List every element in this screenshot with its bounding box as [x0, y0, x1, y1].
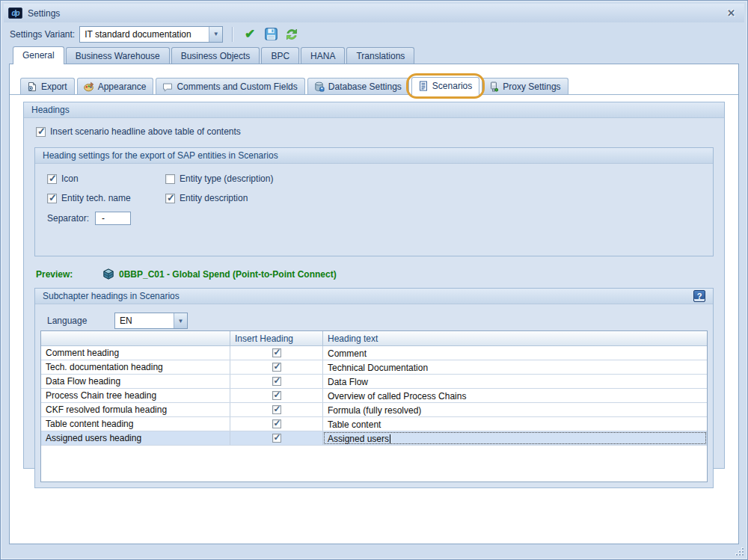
insert-scenario-headline-label: Insert scenario headline above table of …	[50, 126, 241, 137]
insert-heading-checkbox[interactable]	[272, 348, 281, 357]
entity-tech-name-option[interactable]: Entity tech. name	[47, 193, 165, 203]
language-row: Language EN ▼	[43, 313, 713, 329]
table-header-heading-text: Heading text	[323, 331, 707, 345]
tab-hana[interactable]: HANA	[301, 47, 345, 64]
heading-text-cell[interactable]: Overview of called Process Chains	[328, 391, 466, 401]
insert-scenario-headline-checkbox[interactable]	[36, 127, 46, 137]
window-title: Settings	[28, 8, 60, 19]
close-icon[interactable]: ✕	[723, 7, 740, 19]
row-name: Table content heading	[41, 417, 230, 431]
table-header-insert-heading: Insert Heading	[230, 331, 323, 345]
heading-text-cell[interactable]: Data Flow	[328, 377, 368, 387]
subtab-comments[interactable]: Comments and Custom Fields	[156, 78, 304, 94]
preview-label: Preview:	[36, 269, 98, 280]
row-name: CKF resolved formula heading	[41, 403, 230, 416]
refresh-button[interactable]	[283, 26, 300, 43]
heading-text-edit-field[interactable]: Assigned users	[323, 431, 707, 445]
separator-input[interactable]: -	[95, 212, 131, 225]
refresh-icon	[285, 28, 298, 41]
resize-grip[interactable]	[735, 547, 744, 556]
table-row[interactable]: Tech. documentation heading Technical Do…	[41, 360, 707, 375]
settings-variant-label: Settings Variant:	[10, 29, 75, 40]
insert-heading-checkbox[interactable]	[272, 377, 281, 386]
entity-description-label: Entity description	[180, 193, 248, 203]
subtab-proxy-settings-label: Proxy Settings	[503, 81, 560, 92]
comment-bubble-icon	[162, 81, 173, 92]
subchapter-headings-title: Subchapter headings in Scenarios	[43, 289, 180, 304]
subtab-scenarios[interactable]: Scenarios	[411, 77, 479, 95]
export-heading-settings-header: Heading settings for the export of SAP e…	[35, 148, 713, 164]
toolbar-separator	[232, 27, 233, 42]
insert-heading-checkbox[interactable]	[272, 419, 281, 428]
table-row[interactable]: CKF resolved formula heading Formula (fu…	[41, 403, 707, 417]
help-icon[interactable]: ?	[693, 290, 705, 302]
heading-text-cell[interactable]: Technical Documentation	[328, 363, 428, 373]
tab-general[interactable]: General	[13, 46, 64, 64]
tab-bpc[interactable]: BPC	[261, 47, 299, 64]
export-heading-settings-group: Heading settings for the export of SAP e…	[34, 147, 714, 256]
title-bar[interactable]: dp Settings ✕	[4, 4, 744, 22]
tab-business-objects[interactable]: Business Objects	[171, 47, 260, 64]
insert-heading-checkbox[interactable]	[272, 391, 281, 400]
tab-business-warehouse[interactable]: Business Warehouse	[66, 47, 170, 64]
table-row[interactable]: Data Flow heading Data Flow	[41, 375, 707, 389]
entity-type-label: Entity type (description)	[180, 173, 273, 184]
entity-type-option[interactable]: Entity type (description)	[165, 173, 713, 184]
proxy-icon	[488, 81, 499, 92]
preview-row: Preview: 0BBP_C01 - Global Spend (Point-…	[36, 268, 724, 280]
appearance-icon	[84, 81, 94, 92]
headings-group-header: Headings	[24, 102, 724, 118]
row-name: Comment heading	[41, 346, 230, 360]
insert-heading-checkbox[interactable]	[272, 363, 281, 372]
insert-scenario-headline-option[interactable]: Insert scenario headline above table of …	[36, 126, 724, 137]
insert-heading-checkbox[interactable]	[272, 405, 281, 414]
sub-tabstrip: Export Appearance Comments and Custom Fi…	[10, 74, 738, 95]
entity-description-checkbox[interactable]	[165, 194, 175, 203]
heading-text-cell[interactable]: Comment	[328, 348, 367, 359]
settings-variant-combo[interactable]: IT standard documentation ▼	[79, 26, 223, 43]
export-icon	[27, 81, 37, 92]
insert-heading-checkbox[interactable]	[272, 434, 281, 443]
infocube-icon	[102, 268, 114, 280]
separator-label: Separator:	[43, 213, 95, 224]
heading-text-value: Assigned users	[328, 434, 389, 444]
headings-group: Headings Insert scenario headline above …	[23, 102, 725, 469]
icon-checkbox[interactable]	[47, 174, 57, 184]
row-name: Tech. documentation heading	[41, 360, 230, 374]
table-row[interactable]: Comment heading Comment	[41, 346, 707, 360]
heading-text-cell[interactable]: Table content	[328, 419, 381, 430]
settings-variant-value: IT standard documentation	[80, 27, 209, 42]
heading-text-cell[interactable]: Formula (fully resolved)	[328, 405, 421, 416]
language-combo[interactable]: EN ▼	[114, 313, 188, 329]
table-row[interactable]: Table content heading Table content	[41, 417, 707, 431]
subchapter-headings-table: Insert Heading Heading text Comment head…	[40, 330, 708, 482]
chevron-down-icon[interactable]: ▼	[174, 313, 187, 328]
app-logo-icon: dp	[8, 7, 22, 19]
table-row[interactable]: Process Chain tree heading Overview of c…	[41, 389, 707, 403]
general-tab-page: Export Appearance Comments and Custom Fi…	[9, 64, 739, 544]
subtab-export-label: Export	[41, 81, 67, 92]
chevron-down-icon[interactable]: ▼	[209, 27, 222, 42]
entity-type-checkbox[interactable]	[165, 174, 175, 184]
export-heading-checkbox-grid: Icon Entity type (description) Entity te…	[47, 173, 713, 203]
confirm-button[interactable]: ✔	[242, 26, 258, 43]
table-header-row: Insert Heading Heading text	[41, 331, 707, 346]
subtab-export[interactable]: Export	[20, 78, 75, 94]
subtab-database-settings[interactable]: Database Settings	[307, 78, 409, 94]
export-heading-settings-title: Heading settings for the export of SAP e…	[43, 148, 278, 164]
subtab-appearance[interactable]: Appearance	[77, 78, 154, 94]
subtab-scenarios-label: Scenarios	[432, 81, 472, 91]
tab-translations[interactable]: Translations	[346, 47, 414, 64]
subtab-proxy-settings[interactable]: Proxy Settings	[482, 78, 568, 94]
icon-option[interactable]: Icon	[47, 173, 165, 184]
row-name: Process Chain tree heading	[41, 389, 230, 402]
save-button[interactable]	[263, 26, 279, 43]
main-tabstrip: General Business Warehouse Business Obje…	[13, 46, 744, 64]
entity-tech-name-checkbox[interactable]	[47, 194, 57, 203]
entity-description-option[interactable]: Entity description	[165, 193, 713, 203]
save-icon	[264, 27, 278, 41]
table-row-selected[interactable]: Assigned users heading Assigned users	[41, 431, 707, 446]
table-header-name	[41, 331, 230, 345]
headings-group-title: Headings	[31, 102, 70, 118]
text-cursor	[390, 434, 390, 444]
